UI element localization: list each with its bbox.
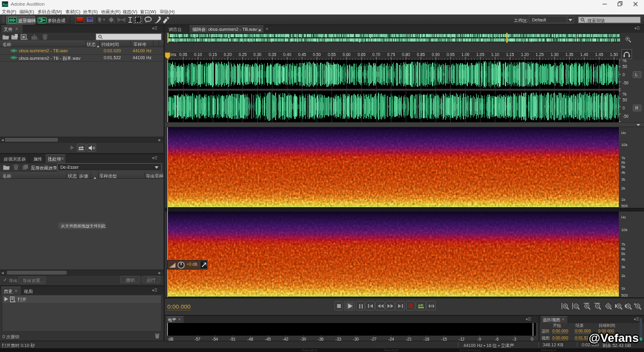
svg-text:0.85: 0.85 [417, 52, 425, 57]
svg-text:1.25: 1.25 [536, 52, 544, 57]
svg-text:0.45: 0.45 [298, 52, 306, 57]
svg-text:1.10: 1.10 [491, 52, 499, 57]
svg-text:0.65: 0.65 [357, 52, 365, 57]
svg-text:1.45: 1.45 [595, 52, 603, 57]
svg-text:0.30: 0.30 [253, 52, 262, 57]
svg-text:0.40: 0.40 [283, 52, 291, 57]
svg-text:1.15: 1.15 [506, 52, 514, 57]
svg-text:1.05: 1.05 [476, 52, 484, 57]
svg-text:0.90: 0.90 [432, 52, 440, 57]
svg-text:0.05: 0.05 [179, 52, 187, 57]
svg-text:0.70: 0.70 [372, 52, 380, 57]
svg-text:0.20: 0.20 [224, 52, 232, 57]
svg-text:1.35: 1.35 [565, 52, 574, 57]
svg-text:0.10: 0.10 [194, 52, 203, 57]
svg-text:1.50: 1.50 [610, 52, 618, 57]
svg-text:1.20: 1.20 [521, 52, 529, 57]
svg-text:1.30: 1.30 [550, 52, 558, 57]
svg-text:0.95: 0.95 [447, 52, 455, 57]
svg-text:0.25: 0.25 [238, 52, 247, 57]
svg-text:0.60: 0.60 [343, 52, 351, 57]
svg-text:0.80: 0.80 [402, 52, 410, 57]
svg-text:1.40: 1.40 [580, 52, 589, 57]
svg-text:1.00: 1.00 [462, 52, 470, 57]
svg-text:0.15: 0.15 [209, 52, 217, 57]
svg-text:0.50: 0.50 [313, 52, 321, 57]
svg-text:0.75: 0.75 [387, 52, 396, 57]
svg-text:0.35: 0.35 [269, 52, 277, 57]
svg-text:0.55: 0.55 [328, 52, 336, 57]
